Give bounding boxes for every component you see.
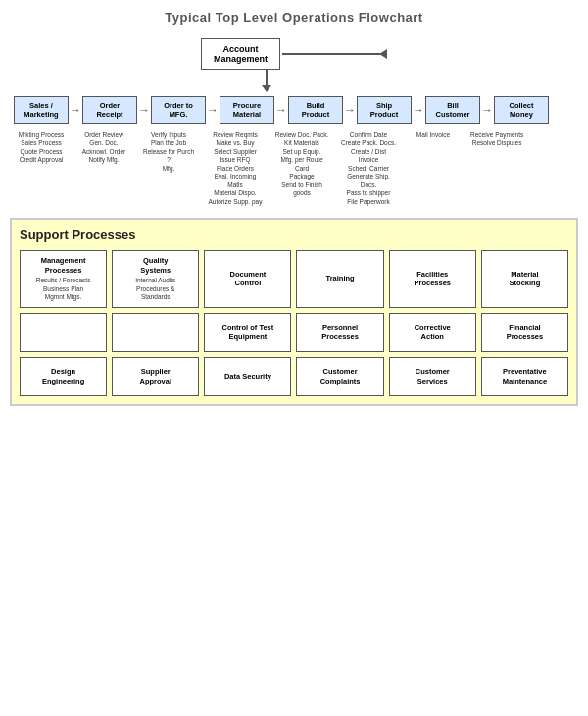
process-box-2: Order to MFG. (151, 96, 206, 124)
support-box-17: Preventative Maintenance (481, 357, 568, 396)
support-label-10: Corrective Action (415, 323, 451, 342)
process-detail-5: Confirm Date Create Pack. Docs. Create /… (339, 131, 398, 206)
arrow-5: → (413, 103, 424, 117)
process-box-4: Build Product (288, 96, 343, 124)
process-box-6: Bill Customer (425, 96, 480, 124)
process-detail-6: Mail Invoice (406, 131, 461, 139)
support-label-13: Supplier Approval (139, 367, 172, 386)
support-box-12: Design Engineering (20, 357, 107, 396)
support-label-12: Design Engineering (42, 367, 84, 386)
support-box-2: Document Control (204, 250, 291, 308)
support-label-14: Data Security (224, 372, 271, 382)
support-label-9: Personnel Processes (321, 323, 359, 342)
top-area: Account Management (10, 38, 578, 92)
support-box-14: Data Security (204, 357, 291, 396)
support-label-16: Customer Services (416, 367, 450, 386)
process-box-0: Sales / Marketing (14, 96, 69, 124)
process-box-1: Order Receipt (82, 96, 137, 124)
process-detail-0: Mrkting Process Sales Process Quote Proc… (14, 131, 69, 165)
support-label-2: Document Control (230, 270, 267, 289)
support-sub-0: Results / Forecasts Business Plan Mgmnt … (36, 277, 91, 301)
account-management-box: Account Management (201, 38, 280, 70)
support-box-4: Facilities Processes (389, 250, 476, 308)
process-detail-3: Review Reqmts Make vs. Buy Select Suppli… (206, 131, 265, 206)
support-label-1: Quality Systems (140, 256, 171, 276)
support-box-10: Corrective Action (389, 313, 476, 352)
support-label-15: Customer Complaints (320, 367, 361, 386)
arrow-1: → (138, 103, 150, 117)
support-title: Support Processes (20, 228, 568, 242)
support-label-0: Management Processes (41, 256, 86, 276)
support-box-16: Customer Services (389, 357, 476, 396)
arrow-0: → (70, 103, 81, 117)
support-box-8: Control of Test Equipment (204, 313, 291, 352)
arrow-3: → (275, 103, 287, 117)
process-box-7: Collect Money (494, 96, 549, 124)
support-box-1: Quality SystemsInternal Audits Procedure… (112, 250, 199, 308)
support-section: Support Processes Management ProcessesRe… (10, 218, 578, 406)
support-box-9: Personnel Processes (296, 313, 383, 352)
acct-line1: Account (222, 44, 258, 54)
support-label-4: Facilities Processes (414, 270, 451, 289)
process-detail-2: Verify Inputs Plan the Job Release for P… (139, 131, 198, 173)
support-box-0: Management ProcessesResults / Forecasts … (20, 250, 107, 308)
process-detail-1: Order Review Gen. Doc. Acknowl. Order No… (76, 131, 131, 165)
process-box-3: Procure Material (220, 96, 274, 124)
support-label-17: Preventative Maintenance (503, 367, 547, 386)
arrow-6: → (481, 103, 493, 117)
support-grid: Management ProcessesResults / Forecasts … (20, 250, 568, 396)
support-label-3: Training (325, 274, 354, 283)
support-label-5: Material Stocking (510, 270, 541, 289)
process-detail-7: Receive Payments Resolve Disputes (468, 131, 525, 148)
support-sub-1: Internal Audits Procedures & Standards (135, 277, 175, 301)
support-label-8: Control of Test Equipment (222, 323, 274, 342)
process-flow: Sales / Marketing→Order Receipt→Order to… (10, 96, 578, 124)
arrow-4: → (344, 103, 356, 117)
process-box-5: Ship Product (357, 96, 412, 124)
support-box-13: Supplier Approval (112, 357, 199, 396)
support-label-11: Financial Processes (507, 323, 544, 342)
process-details-row: Mrkting Process Sales Process Quote Proc… (10, 131, 578, 206)
support-box-7 (112, 313, 199, 352)
page-title: Typical Top Level Operations Flowchart (10, 10, 578, 25)
support-box-11: Financial Processes (481, 313, 568, 352)
process-detail-4: Review Doc. Pack. Kit Materials Set up E… (272, 131, 331, 198)
support-box-3: Training (296, 250, 383, 308)
support-box-5: Material Stocking (481, 250, 568, 308)
arrow-2: → (207, 103, 219, 117)
acct-line2: Management (214, 54, 268, 64)
support-box-6 (20, 313, 107, 352)
support-box-15: Customer Complaints (296, 357, 383, 396)
